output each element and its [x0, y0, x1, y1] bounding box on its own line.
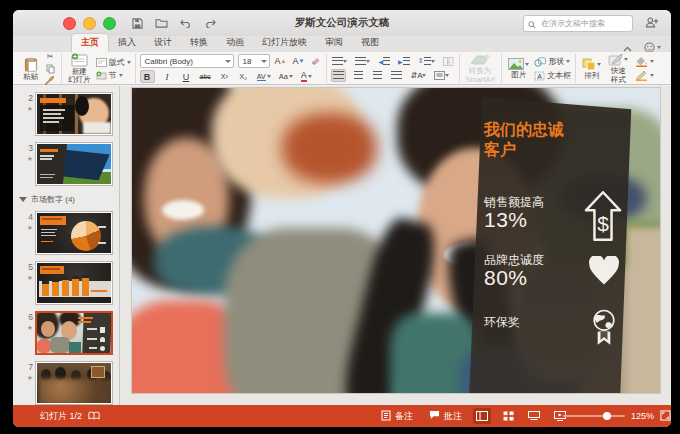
tab-slideshow[interactable]: 幻灯片放映	[253, 34, 316, 52]
save-icon[interactable]	[132, 18, 143, 29]
layout-button[interactable]: 版式	[96, 57, 131, 68]
slide-title[interactable]: 我们的忠诚 客户	[484, 120, 644, 160]
zoom-window-button[interactable]	[103, 17, 116, 30]
search-input[interactable]	[539, 18, 628, 29]
format-painter-icon[interactable]	[43, 76, 57, 86]
section-collapse-triangle-icon[interactable]	[19, 197, 27, 202]
section-button[interactable]: 节	[96, 70, 131, 81]
comments-icon[interactable]	[429, 410, 440, 422]
convert-to-smartart-button[interactable]: 转换为SmartArt	[464, 53, 498, 84]
slide-6-thumbnail[interactable]	[35, 311, 113, 355]
align-left-icon[interactable]	[331, 69, 346, 82]
slide-canvas[interactable]: 我们的忠诚 客户 销售额提高 13% $ 品牌忠诚度 80% 环保奖	[120, 86, 671, 405]
slide-4-thumbnail[interactable]	[35, 211, 113, 255]
shape-outline-icon	[635, 70, 648, 81]
notes-icon[interactable]	[381, 410, 391, 423]
slide-3-thumbnail[interactable]	[35, 142, 113, 186]
clear-formatting-icon[interactable]	[309, 56, 322, 67]
undo-icon[interactable]	[180, 18, 192, 29]
zoom-slider[interactable]	[563, 415, 625, 417]
section-header-market-numbers[interactable]: 市场数字 (4)	[19, 194, 115, 205]
quick-styles-button[interactable]: 快速样式	[606, 53, 630, 84]
redo-icon[interactable]	[204, 18, 216, 29]
shrink-font-button[interactable]: A▼	[291, 56, 305, 67]
subscript-button[interactable]: X₂	[237, 71, 250, 82]
notes-button[interactable]: 备注	[395, 410, 413, 423]
font-color-button[interactable]: A	[300, 71, 313, 82]
font-name-combo[interactable]: Calibri (Body)	[140, 54, 234, 68]
zoom-slider-knob[interactable]	[603, 412, 611, 420]
minimize-button[interactable]	[83, 17, 96, 30]
grow-font-button[interactable]: A▲	[274, 56, 288, 67]
new-slide-button[interactable]: 新建幻灯片	[66, 53, 93, 84]
paste-button[interactable]: 粘贴	[21, 57, 40, 81]
align-text-icon[interactable]	[433, 70, 450, 81]
tab-home[interactable]: 主页	[71, 33, 109, 52]
tab-review[interactable]: 审阅	[316, 34, 352, 52]
decrease-indent-icon[interactable]: ◀	[377, 56, 391, 67]
increase-indent-icon[interactable]: ▶	[397, 56, 411, 67]
comments-button[interactable]: 批注	[444, 410, 462, 423]
tab-design[interactable]: 设计	[145, 34, 181, 52]
close-button[interactable]	[63, 17, 76, 30]
open-folder-icon[interactable]	[155, 18, 168, 29]
spellcheck-book-icon[interactable]	[88, 411, 100, 422]
arrange-button[interactable]: 排列	[580, 58, 603, 80]
smartart-icon	[469, 53, 491, 66]
tab-view[interactable]: 视图	[352, 34, 388, 52]
italic-button[interactable]: I	[161, 71, 174, 82]
shape-outline-button[interactable]	[635, 70, 654, 81]
justify-icon[interactable]	[390, 70, 403, 81]
current-slide[interactable]: 我们的忠诚 客户 销售额提高 13% $ 品牌忠诚度 80% 环保奖	[132, 88, 660, 393]
bar-mini	[62, 277, 69, 296]
change-case-button[interactable]: Aa	[278, 71, 294, 82]
numbering-icon[interactable]	[354, 56, 371, 67]
fit-slide-to-window-icon[interactable]	[660, 410, 671, 423]
stat3-label[interactable]: 环保奖	[484, 314, 644, 331]
share-person-icon[interactable]	[645, 15, 659, 33]
bold-button[interactable]: B	[140, 70, 155, 83]
thumbnail-item-slide-5[interactable]: 5★	[17, 261, 113, 305]
textbox-button[interactable]: A 文本框	[534, 70, 571, 81]
text-direction-icon[interactable]: ⇵A	[409, 70, 427, 81]
cut-icon[interactable]: ✂	[43, 52, 57, 62]
thumbnail-item-slide-6-selected[interactable]: 6★	[17, 311, 113, 355]
slide-2-thumbnail[interactable]	[35, 92, 113, 136]
thumbnail-item-slide-4[interactable]: 4★	[17, 211, 113, 255]
picture-button[interactable]: 图片	[506, 58, 531, 79]
shape-fill-button[interactable]	[635, 56, 654, 67]
line-spacing-icon[interactable]: ⇕	[417, 56, 436, 67]
underline-button[interactable]: U	[180, 71, 193, 82]
slide-7-thumbnail[interactable]	[35, 361, 113, 405]
align-center-icon[interactable]	[352, 70, 365, 81]
stat2-value[interactable]: 80%	[484, 266, 644, 290]
thumbnail-item-slide-2[interactable]: 2★	[17, 92, 113, 136]
smartart-group: 转换为SmartArt	[460, 54, 503, 83]
slide-sorter-view-button[interactable]	[499, 408, 517, 424]
zoom-percentage[interactable]: 125%	[631, 411, 654, 421]
thumbnail-item-slide-7[interactable]: 7★	[17, 361, 113, 405]
quick-styles-icon	[608, 53, 623, 66]
strikethrough-button[interactable]: abc	[199, 71, 212, 82]
notes-page-view-button[interactable]	[525, 408, 543, 424]
tab-transitions[interactable]: 转换	[181, 34, 217, 52]
slide-thumbnail-pane[interactable]: 2★ 3★	[13, 86, 120, 405]
superscript-button[interactable]: X²	[218, 71, 231, 82]
thumbnail-item-slide-3[interactable]: 3★	[17, 142, 113, 186]
character-spacing-button[interactable]: AV	[256, 71, 272, 82]
align-right-icon[interactable]	[371, 70, 384, 81]
font-size-combo[interactable]: 18	[238, 54, 270, 68]
bullets-icon[interactable]	[331, 56, 348, 67]
tab-insert[interactable]: 插入	[109, 34, 145, 52]
font-group: Calibri (Body) 18 A▲ A▼ B I U abc X² X₂	[136, 54, 328, 83]
columns-icon[interactable]	[442, 56, 455, 67]
copy-icon[interactable]	[43, 64, 57, 74]
feedback-smiley-icon[interactable]	[644, 42, 661, 53]
bar-mini	[52, 279, 59, 296]
tab-animations[interactable]: 动画	[217, 34, 253, 52]
screen: 罗斯文公司演示文稿 主页 插入 设计 转换 动画 幻灯片放映 审阅 视图 粘贴 …	[0, 0, 680, 434]
shapes-button[interactable]: 形状	[534, 56, 571, 67]
search-box[interactable]	[523, 15, 633, 32]
slide-5-thumbnail[interactable]	[35, 261, 113, 305]
normal-view-button[interactable]	[473, 408, 491, 424]
